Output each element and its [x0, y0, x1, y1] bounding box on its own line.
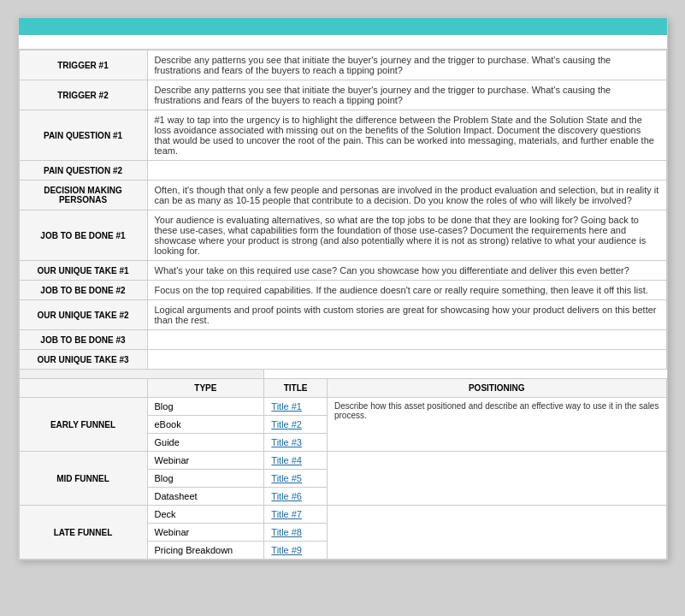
resource-title[interactable]: Title #9 [264, 542, 328, 560]
row-content: Describe any patterns you see that initi… [147, 80, 666, 110]
row-content [147, 161, 666, 181]
table-row: TRIGGER #2Describe any patterns you see … [19, 80, 666, 110]
row-label: DECISION MAKING PERSONAS [19, 181, 147, 210]
row-label: PAIN QUESTION #2 [19, 161, 147, 181]
col-label-empty [19, 379, 147, 398]
table-row: PAIN QUESTION #2 [19, 161, 666, 181]
resource-positioning [327, 452, 666, 506]
table-row: OUR UNIQUE TAKE #1What's your take on th… [19, 261, 666, 281]
row-content [147, 350, 666, 370]
resource-title[interactable]: Title #4 [264, 452, 328, 470]
table-row: TRIGGER #1Describe any patterns you see … [19, 50, 666, 80]
row-label: TRIGGER #1 [19, 50, 147, 80]
resource-positioning [327, 506, 666, 560]
row-label: JOB TO BE DONE #3 [19, 330, 147, 350]
resource-type: Datasheet [147, 488, 264, 506]
page-header [19, 18, 667, 35]
row-label: JOB TO BE DONE #2 [19, 281, 147, 300]
funnel-row: MID FUNNELWebinarTitle #4 [19, 452, 666, 470]
col-type-header: TYPE [147, 379, 264, 398]
row-content [147, 330, 666, 350]
funnel-label: MID FUNNEL [19, 452, 147, 506]
table-row: DECISION MAKING PERSONASOften, it's thou… [19, 181, 666, 210]
resource-title[interactable]: Title #2 [264, 416, 328, 434]
funnel-label: EARLY FUNNEL [19, 398, 147, 452]
resource-title[interactable]: Title #7 [264, 506, 328, 524]
resource-title[interactable]: Title #8 [264, 524, 328, 542]
resources-sub-header: TYPE TITLE POSITIONING [19, 379, 666, 398]
table-row: JOB TO BE DONE #2Focus on the top requir… [19, 281, 666, 300]
funnel-row: EARLY FUNNELBlogTitle #1Describe how thi… [19, 398, 666, 416]
row-label: PAIN QUESTION #1 [19, 110, 147, 161]
resource-title[interactable]: Title #6 [264, 488, 328, 506]
resources-header-row [19, 370, 666, 379]
row-label: JOB TO BE DONE #1 [19, 210, 147, 261]
resource-type: Pricing Breakdown [147, 542, 264, 560]
table-row: OUR UNIQUE TAKE #2Logical arguments and … [19, 300, 666, 330]
main-table: TRIGGER #1Describe any patterns you see … [19, 50, 667, 560]
resource-type: Webinar [147, 452, 264, 470]
resource-type: Blog [147, 398, 264, 416]
page-subtitle [19, 35, 667, 50]
resource-type: Webinar [147, 524, 264, 542]
resource-positioning: Describe how this asset positioned and d… [327, 398, 666, 452]
row-content: Your audience is evaluating alternatives… [147, 210, 666, 261]
col-title-header: TITLE [264, 379, 328, 398]
row-label: OUR UNIQUE TAKE #1 [19, 261, 147, 281]
col-positioning-header: POSITIONING [327, 379, 666, 398]
row-content: Focus on the top required capabilities. … [147, 281, 666, 300]
row-content: What's your take on this required use ca… [147, 261, 666, 281]
row-content: Describe any patterns you see that initi… [147, 50, 666, 80]
table-row: PAIN QUESTION #1#1 way to tap into the u… [19, 110, 666, 161]
row-content: Logical arguments and proof points with … [147, 300, 666, 330]
resources-header [19, 370, 264, 379]
resource-title[interactable]: Title #3 [264, 434, 328, 452]
funnel-row: LATE FUNNELDeckTitle #7 [19, 506, 666, 524]
row-content: Often, it's though that only a few peopl… [147, 181, 666, 210]
table-row: OUR UNIQUE TAKE #3 [19, 350, 666, 370]
resource-type: Deck [147, 506, 264, 524]
table-row: JOB TO BE DONE #3 [19, 330, 666, 350]
funnel-label: LATE FUNNEL [19, 506, 147, 560]
resource-title[interactable]: Title #5 [264, 470, 328, 488]
resource-title[interactable]: Title #1 [264, 398, 328, 416]
row-content: #1 way to tap into the urgency is to hig… [147, 110, 666, 161]
row-label: OUR UNIQUE TAKE #3 [19, 350, 147, 370]
page-container: TRIGGER #1Describe any patterns you see … [18, 17, 668, 560]
resource-type: eBook [147, 416, 264, 434]
resource-type: Blog [147, 470, 264, 488]
table-row: JOB TO BE DONE #1Your audience is evalua… [19, 210, 666, 261]
row-label: OUR UNIQUE TAKE #2 [19, 300, 147, 330]
resource-type: Guide [147, 434, 264, 452]
row-label: TRIGGER #2 [19, 80, 147, 110]
